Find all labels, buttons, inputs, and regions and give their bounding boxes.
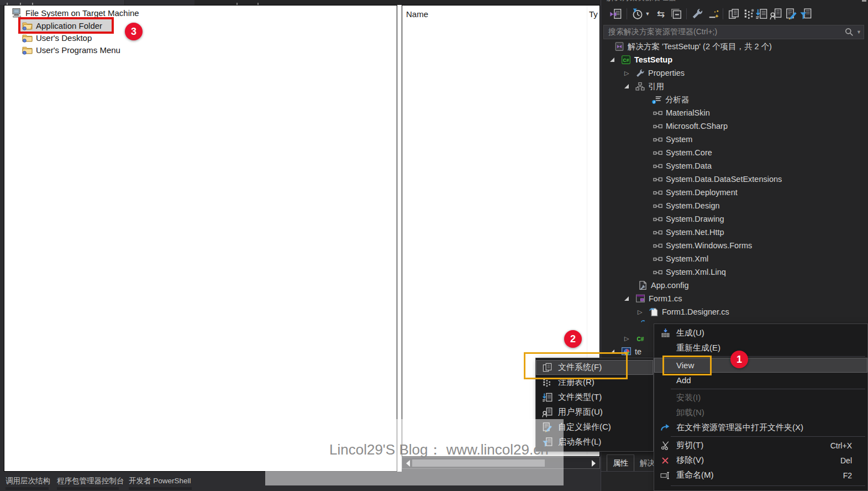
menu-item-label: 移除(V) xyxy=(676,455,704,466)
menu-item-install: 安装(I) xyxy=(654,390,867,405)
menu-item-build[interactable]: 生成(U) xyxy=(654,326,867,341)
tree-item-label: System.Data.DataSetExtensions xyxy=(666,175,782,184)
tree-item-reference[interactable]: System.Drawing xyxy=(653,212,724,226)
search-input[interactable]: 搜索解决方案资源管理器(Ctrl+;) xyxy=(603,25,864,39)
dropdown-arrow-icon[interactable]: ▼ xyxy=(644,7,651,20)
assembly-reference-icon xyxy=(653,254,662,264)
tree-item-reference[interactable]: System xyxy=(653,133,692,146)
tree-item-label: System.Xml xyxy=(666,254,708,263)
user-interface-view-icon[interactable] xyxy=(769,7,782,20)
rename-icon xyxy=(659,471,672,480)
tab-row-divider xyxy=(601,471,654,472)
panel-splitter[interactable] xyxy=(397,5,402,472)
tree-item-reference[interactable]: System.Design xyxy=(653,199,720,212)
tree-item-label: System.Windows.Forms xyxy=(666,241,752,250)
menu-separator xyxy=(671,485,865,486)
annotation-badge-2: 2 xyxy=(564,330,582,348)
menu-item-file-types[interactable]: 文件类型(T) xyxy=(536,390,653,405)
assembly-reference-icon xyxy=(653,241,662,250)
tree-item-analyzers[interactable]: i 分析器 xyxy=(652,93,690,106)
properties-wrench-icon[interactable] xyxy=(691,7,704,20)
tool-tab-developer-powershell[interactable]: 开发者 PowerShell xyxy=(129,476,191,487)
tree-item-form1-designer-cs[interactable]: ▷ Form1.Designer.cs xyxy=(638,305,729,318)
tree-item-label: System.Deployment xyxy=(666,188,738,197)
toolbar-separator xyxy=(686,8,687,19)
menu-item-label: 重命名(M) xyxy=(676,470,714,480)
tree-item-label: Properties xyxy=(648,69,685,77)
menu-item-cut[interactable]: 剪切(T) Ctrl+X xyxy=(654,438,867,453)
tree-item-reference[interactable]: System.Data.DataSetExtensions xyxy=(653,173,782,186)
assembly-reference-icon xyxy=(653,122,662,131)
tree-item-reference[interactable]: System.Xml.Linq xyxy=(653,265,726,279)
pending-changes-filter-icon[interactable] xyxy=(631,7,644,20)
sync-with-active-document-icon[interactable]: ⇆ xyxy=(654,7,667,20)
tree-item-reference[interactable]: System.Deployment xyxy=(653,186,738,199)
tab-properties[interactable]: 属性 xyxy=(607,455,634,472)
assembly-reference-icon xyxy=(653,201,662,211)
winform-icon xyxy=(635,294,645,304)
config-file-icon xyxy=(638,280,648,290)
tree-item-users-programs-menu[interactable]: User's Programs Menu xyxy=(22,44,120,56)
tree-item-reference[interactable]: System.Windows.Forms xyxy=(653,239,752,252)
file-system-tree-panel xyxy=(4,5,397,472)
menu-item-open-folder-in-explorer[interactable]: 在文件资源管理器中打开文件夹(X) xyxy=(654,420,867,435)
search-dropdown-icon[interactable]: ▼ xyxy=(856,29,861,35)
document-tab-sliver[interactable] xyxy=(125,0,194,5)
file-system-view-icon[interactable] xyxy=(727,7,740,20)
tool-tab-call-hierarchy[interactable]: 调用层次结构 xyxy=(6,476,50,487)
assembly-reference-icon xyxy=(653,228,662,237)
scroll-right-arrow[interactable] xyxy=(592,460,596,467)
collapse-all-icon[interactable] xyxy=(670,7,683,20)
special-folder-icon xyxy=(22,33,33,43)
tree-item-form1-cs[interactable]: Form1.cs xyxy=(624,292,682,305)
solution-home-icon[interactable] xyxy=(609,7,622,20)
tree-item-project-testsetup[interactable]: C# TestSetup xyxy=(610,53,672,66)
collapse-arrow-icon[interactable]: ▷ xyxy=(638,309,645,315)
collapse-arrow-icon[interactable]: ▷ xyxy=(624,336,632,342)
tree-item-properties[interactable]: ▷ Properties xyxy=(624,66,685,80)
project-context-menu: 生成(U) 重新生成(E) View Add 安装(I) 卸载(N) 在文件资源… xyxy=(654,323,868,491)
launch-conditions-view-icon[interactable] xyxy=(799,7,812,20)
document-tab-active-sliver[interactable] xyxy=(0,0,124,5)
tree-item-app-config[interactable]: App.config xyxy=(638,279,689,292)
expand-arrow-icon[interactable] xyxy=(610,58,618,62)
solution-explorer-title-sliver: 解决方案资源管理器 xyxy=(607,0,750,3)
menu-item-label: Add xyxy=(676,375,691,385)
tree-item-reference[interactable]: System.Xml xyxy=(653,252,708,265)
expand-arrow-icon[interactable] xyxy=(624,84,632,88)
menu-item-user-interface[interactable]: 用户界面(U) xyxy=(536,405,653,420)
tree-item-label: System.Data xyxy=(666,161,712,170)
tree-item-hidden-project[interactable]: ▷ C# xyxy=(624,332,645,345)
tree-item-reference[interactable]: MaterialSkin xyxy=(653,106,710,119)
tree-item-label: App.config xyxy=(651,281,689,290)
tree-item-reference[interactable]: Microsoft.CSharp xyxy=(653,119,728,133)
tree-item-reference[interactable]: System.Core xyxy=(653,146,712,159)
preview-selected-items-icon[interactable] xyxy=(707,7,720,20)
assembly-reference-icon xyxy=(653,188,662,197)
tree-item-label: Form1.cs xyxy=(649,294,682,303)
menu-item-rebuild[interactable]: 重新生成(E) xyxy=(654,341,867,356)
tree-item-reference[interactable]: System.Data xyxy=(653,159,712,173)
assembly-reference-icon xyxy=(653,161,662,171)
tree-item-reference[interactable]: System.Net.Http xyxy=(653,226,724,239)
custom-actions-view-icon[interactable] xyxy=(785,7,798,20)
csharp-project-icon: C# xyxy=(621,55,631,65)
search-icon[interactable] xyxy=(844,27,854,39)
tool-tab-package-manager-console[interactable]: 程序包管理器控制台 xyxy=(57,476,124,487)
tree-item-solution[interactable]: 解决方案 'TestSetup' (2 个项目，共 2 个) xyxy=(614,40,772,53)
collapse-arrow-icon[interactable]: ▷ xyxy=(624,70,632,76)
column-header-type[interactable]: Ty xyxy=(589,8,598,20)
menu-item-label: 安装(I) xyxy=(676,393,701,403)
menu-item-rename[interactable]: 重命名(M) F2 xyxy=(654,468,867,483)
menu-item-remove[interactable]: 移除(V) Del xyxy=(654,453,867,468)
pin-icon[interactable] xyxy=(862,0,866,2)
file-types-view-icon[interactable] xyxy=(755,7,768,20)
expand-arrow-icon[interactable] xyxy=(624,296,632,301)
column-header-name[interactable]: Name xyxy=(406,8,428,20)
tree-item-label: Microsoft.CSharp xyxy=(666,122,728,130)
registry-view-icon[interactable] xyxy=(743,7,756,20)
menu-item-label: 用户界面(U) xyxy=(558,407,603,417)
tree-item-references[interactable]: 引用 xyxy=(624,80,664,93)
svg-text:C#: C# xyxy=(623,58,629,63)
toolbar-separator xyxy=(723,8,723,19)
